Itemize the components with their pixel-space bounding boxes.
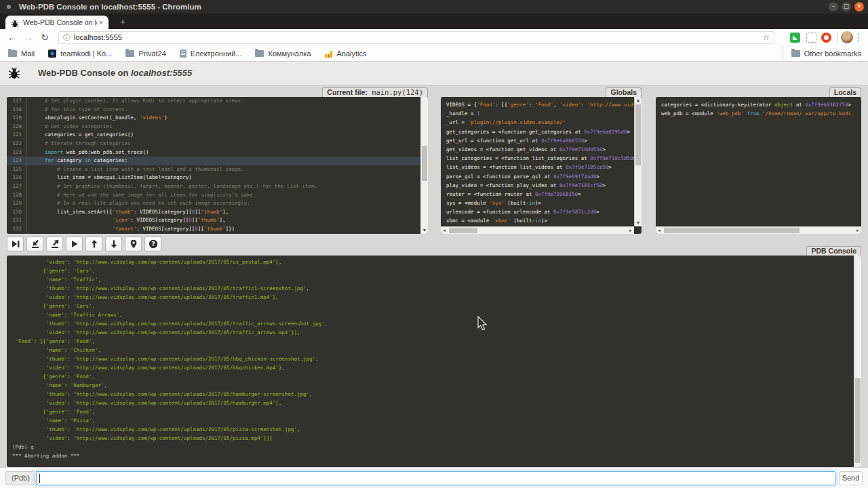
variable-line: sys = <module 'sys' (built-in)> [446, 199, 631, 207]
current-file-label: Current file: main.py(124) [322, 87, 428, 97]
tab-close-icon[interactable]: × [97, 18, 105, 26]
bug-favicon-icon [11, 18, 19, 26]
globals-label: Globals [606, 87, 642, 97]
locals-lines: categories = <dictionary-keyiterator obj… [656, 97, 854, 226]
bookmark-item[interactable]: Mail [8, 49, 35, 58]
scroll-right-icon[interactable]: ▸ [627, 227, 634, 234]
up-icon [90, 239, 99, 249]
code-line: 128 # Here we use the same image for all… [7, 191, 420, 200]
bookmark-item[interactable]: Коммуналка [255, 49, 311, 58]
console-output-line: (Pdb) q [12, 443, 854, 451]
code-line: 125 # Create a list item with a text lab… [7, 165, 420, 174]
scroll-down-icon[interactable]: ▼ [635, 220, 642, 226]
console-output-line: {'genre': 'Food', [12, 407, 854, 416]
variable-line: xbmc = <module 'xbmc' (built-in)> [446, 216, 631, 225]
code-line: 132 'fanart': VIDEOS[category][0]['thumb… [7, 225, 420, 234]
console-output-line: 'video': 'http://www.vidsplay.com/wp-con… [12, 258, 854, 266]
code-line: 122 # Iterate through categories [7, 140, 420, 148]
console-output-line: 'name': 'Chicken', [12, 346, 854, 354]
scroll-right-icon[interactable]: ▸ [854, 227, 861, 234]
command-bar: (Pdb) Send [0, 467, 868, 488]
extension-dashed-icon[interactable] [806, 33, 816, 43]
new-tab-button[interactable]: + [117, 16, 129, 27]
bookmark-item[interactable]: teamkodi | Ko... [48, 49, 112, 58]
bookmark-label: Mail [21, 49, 35, 58]
page-header: Web-PDB Console on localhost:5555 [0, 62, 868, 85]
continue-button[interactable] [66, 237, 83, 251]
scroll-left-icon[interactable]: ◂ [656, 227, 663, 234]
variable-line: VIDEOS = {'Food': [{'genre': 'Food', 'vi… [446, 100, 631, 109]
bookmark-item[interactable]: Analytics [325, 49, 367, 58]
current-file-panel[interactable]: 117 # Set plugin content. It allows Kodi… [7, 97, 428, 234]
pdb-console-label: PDB Console [806, 246, 861, 256]
variable-line: list_videos = <function list_videos at 0… [446, 163, 631, 171]
analytics-icon [325, 50, 333, 58]
help-button[interactable]: ? [144, 237, 161, 251]
code-line: 127 # Set graphics (thumbnail, fanart, b… [7, 182, 420, 191]
code-line: 120 # Get video categories [7, 123, 420, 131]
code-line: 121 categories = get_categories() [7, 131, 420, 140]
code-vertical-scrollbar[interactable]: ▼ [420, 97, 428, 234]
globals-horizontal-scrollbar[interactable]: ◂ ▸ [441, 226, 634, 234]
pdb-command-input[interactable] [36, 471, 835, 485]
console-vertical-scrollbar[interactable] [854, 256, 861, 467]
scrollbar-thumb[interactable] [855, 378, 861, 463]
bookmark-item[interactable]: Privat24 [125, 49, 165, 58]
variable-line: web_pdb = <module 'web_pdb' from '/home/… [661, 109, 851, 118]
bookmark-item[interactable]: Електронний... [180, 49, 242, 58]
code-line: 119 xbmcplugin.setContent(_handle, 'vide… [7, 114, 420, 123]
other-bookmarks-button[interactable]: Other bookmarks [783, 46, 861, 61]
console-output-line: 'name': 'Traffic Arrows', [12, 310, 854, 319]
browser-tab[interactable]: Web-PDB Console on loca × [5, 16, 108, 29]
minimize-button[interactable]: − [829, 2, 838, 12]
console-output-line: 'video': 'http://www.vidsplay.com/wp-con… [12, 434, 854, 443]
globals-vertical-scrollbar[interactable]: ▲ ▼ [634, 97, 642, 226]
page-info-icon[interactable]: ⓘ [63, 32, 71, 43]
next-button[interactable] [7, 237, 24, 251]
step-button[interactable] [26, 237, 43, 251]
folder-icon [8, 50, 17, 57]
variable-line: parse_qsl = <function parse_qsl at 0x7f9… [446, 172, 631, 181]
extension-green-icon[interactable] [790, 33, 800, 43]
up-button[interactable] [85, 237, 102, 251]
extension-red-icon[interactable] [821, 33, 831, 43]
scrollbar-thumb[interactable] [422, 146, 427, 181]
down-button[interactable] [105, 237, 122, 251]
send-button[interactable]: Send [839, 471, 863, 485]
scroll-down-icon[interactable]: ▼ [421, 227, 428, 234]
console-output-line: *** Aborting addon *** [12, 451, 854, 460]
scroll-left-icon[interactable]: ◂ [441, 227, 448, 234]
code-line: 129 # In a real-life plugin you need to … [7, 199, 420, 208]
return-button[interactable] [46, 237, 63, 251]
globals-panel[interactable]: VIDEOS = {'Food': [{'genre': 'Food', 'vi… [441, 97, 642, 234]
console-output-line: 'name': 'Hamburger', [12, 381, 854, 390]
maximize-button[interactable]: ▢ [842, 2, 851, 12]
scrollbar-thumb[interactable] [664, 228, 800, 233]
console-output-line: {'genre': 'Cars', [12, 302, 854, 310]
where-icon [129, 239, 138, 249]
folder-icon [255, 50, 264, 57]
locals-panel[interactable]: categories = <dictionary-keyiterator obj… [656, 97, 861, 234]
locals-label: Locals [829, 87, 861, 97]
browser-menu-icon[interactable]: ⋮ [854, 29, 863, 46]
mouse-cursor [477, 316, 488, 334]
locals-horizontal-scrollbar[interactable]: ◂ ▸ [656, 226, 861, 234]
code-line: 118 # for this type of content. [7, 106, 420, 115]
where-button[interactable] [125, 237, 142, 251]
url-field[interactable]: ⓘ localhost:5555 ☆ [58, 31, 774, 44]
web-pdb-bug-logo-icon [8, 67, 20, 82]
console-output-line: 'Food': [{'genre': 'Food', [12, 337, 854, 346]
bookmark-star-icon[interactable]: ☆ [762, 32, 770, 43]
profile-avatar[interactable] [841, 31, 853, 43]
scrollbar-thumb[interactable] [449, 228, 477, 233]
reload-icon[interactable]: ↻ [38, 29, 52, 46]
bookmark-label: Privat24 [138, 49, 165, 58]
back-icon[interactable]: ← [5, 29, 19, 46]
forward-icon[interactable]: → [22, 29, 35, 46]
pdb-console-panel[interactable]: 'video': 'http://www.vidsplay.com/wp-con… [7, 256, 861, 467]
code-lines: 117 # Set plugin content. It allows Kodi… [7, 97, 420, 234]
pdb-prompt-label: (Pdb) [5, 471, 35, 485]
scrollbar-thumb[interactable] [635, 104, 641, 165]
close-button[interactable]: ✕ [854, 2, 864, 12]
scroll-up-icon[interactable]: ▲ [635, 97, 642, 104]
